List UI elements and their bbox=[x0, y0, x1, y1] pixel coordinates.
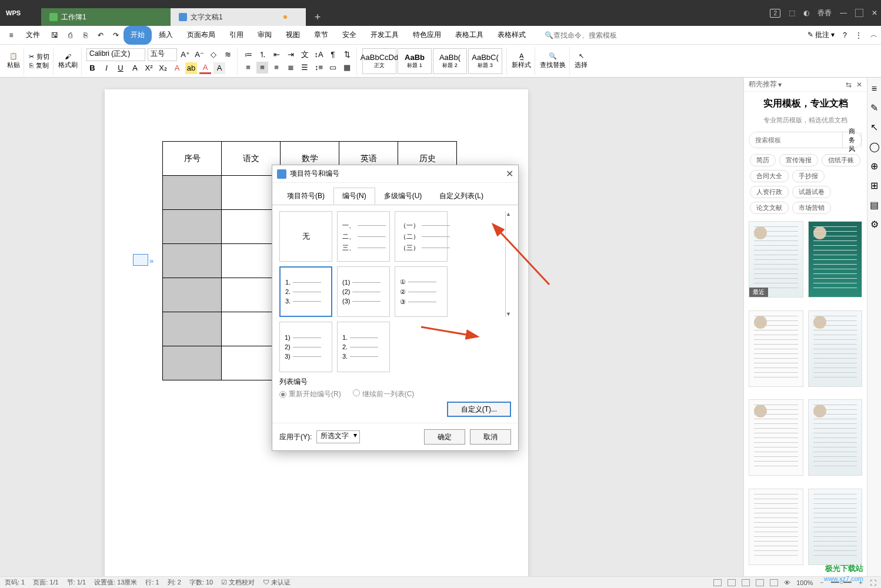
line-spacing-icon[interactable]: ↕≡ bbox=[313, 62, 325, 74]
paste-button[interactable]: 粘贴 bbox=[7, 61, 20, 69]
status-section[interactable]: 节: 1/1 bbox=[67, 578, 86, 587]
indent-icon[interactable]: ⇥ bbox=[285, 49, 296, 61]
undo-icon[interactable]: ↶ bbox=[94, 29, 107, 42]
tag-poster[interactable]: 宣传海报 bbox=[779, 154, 818, 166]
cut-icon[interactable]: ✂ bbox=[29, 53, 34, 61]
template-search[interactable]: 商务风 教育教学 bbox=[749, 132, 862, 148]
rail-pen-icon[interactable]: ✎ bbox=[870, 102, 878, 113]
command-search-input[interactable] bbox=[553, 31, 630, 39]
radio-restart[interactable]: 重新开始编号(R) bbox=[279, 389, 341, 399]
menu-references[interactable]: 引用 bbox=[222, 26, 251, 45]
tag-hr[interactable]: 人资行政 bbox=[750, 186, 789, 198]
template-thumb[interactable] bbox=[749, 310, 803, 387]
new-tab-button[interactable]: + bbox=[306, 8, 329, 26]
redo-icon[interactable]: ↷ bbox=[109, 29, 122, 42]
align-left-icon[interactable]: ≡ bbox=[242, 62, 254, 74]
numbering-style-cnparen[interactable]: （一） （二） （三） bbox=[395, 211, 448, 262]
brush-icon[interactable]: 🖌 bbox=[65, 53, 71, 60]
zoom-level[interactable]: 100% bbox=[796, 579, 813, 586]
find-icon[interactable]: 🔍 bbox=[549, 52, 557, 60]
style-heading2[interactable]: AaBb(标题 2 bbox=[433, 48, 467, 74]
numbering-style-circled[interactable]: ① ② ③ bbox=[395, 266, 448, 317]
panel-header[interactable]: 稻壳推荐 bbox=[749, 79, 777, 89]
align-right-icon[interactable]: ≡ bbox=[271, 62, 282, 74]
paste-icon[interactable]: 📋 bbox=[9, 52, 18, 60]
italic-button[interactable]: I bbox=[101, 62, 112, 74]
template-thumb[interactable]: 最近 bbox=[749, 221, 803, 298]
minimize-icon[interactable]: ― bbox=[840, 9, 847, 17]
formatting-marks-icon[interactable]: ¶ bbox=[327, 49, 339, 61]
select-button[interactable]: 选择 bbox=[575, 61, 588, 69]
search-pill-business[interactable]: 商务风 bbox=[842, 132, 861, 148]
hamburger-icon[interactable]: ≡ bbox=[5, 29, 18, 42]
menu-pagelayout[interactable]: 页面布局 bbox=[180, 26, 222, 45]
highlight-button[interactable]: ab bbox=[185, 62, 197, 74]
menu-view[interactable]: 视图 bbox=[279, 26, 307, 45]
find-replace-button[interactable]: 查找替换 bbox=[540, 61, 566, 69]
font-select[interactable]: Calibri (正文) bbox=[86, 48, 145, 61]
menu-tabletools[interactable]: 表格工具 bbox=[448, 26, 490, 45]
align-center-icon[interactable]: ≡ bbox=[256, 62, 268, 74]
shading-icon[interactable]: ▭ bbox=[327, 62, 339, 74]
numbering-style-rparen[interactable]: 1) 2) 3) bbox=[279, 322, 332, 372]
command-search[interactable]: 🔍 bbox=[545, 31, 630, 39]
numbering-style-decimal2[interactable]: 1. 2. 3. bbox=[337, 322, 390, 372]
tab-bullets[interactable]: 项目符号(B) bbox=[278, 188, 333, 205]
copy-icon[interactable]: ⎘ bbox=[29, 62, 34, 69]
rail-link-icon[interactable]: ⊕ bbox=[870, 161, 878, 172]
tab-numbering[interactable]: 编号(N) bbox=[333, 188, 375, 205]
menu-home[interactable]: 开始 bbox=[124, 26, 152, 45]
rail-cursor-icon[interactable]: ↖ bbox=[870, 122, 878, 133]
numbering-style-cn[interactable]: 一、 二、 三、 bbox=[337, 211, 390, 262]
template-thumb[interactable] bbox=[808, 399, 863, 476]
tab-multilevel[interactable]: 多级编号(U) bbox=[375, 188, 431, 205]
rail-grid-icon[interactable]: ⊞ bbox=[870, 180, 878, 191]
numbering-none[interactable]: 无 bbox=[279, 211, 332, 262]
font-color-button[interactable]: A bbox=[199, 62, 211, 74]
text-effect-button[interactable]: A bbox=[171, 62, 183, 74]
print-icon[interactable]: ⎙ bbox=[64, 29, 76, 42]
superscript-button[interactable]: X² bbox=[143, 62, 155, 74]
numbering-style-paren[interactable]: (1) (2) (3) bbox=[337, 266, 390, 317]
menu-review[interactable]: 审阅 bbox=[251, 26, 279, 45]
view-mode-5-icon[interactable] bbox=[770, 579, 778, 586]
template-thumb[interactable] bbox=[808, 221, 863, 298]
help-icon[interactable]: ? bbox=[843, 31, 847, 39]
radio-continue[interactable]: 继续前一列表(C) bbox=[353, 389, 415, 399]
cursor-icon[interactable]: ↖ bbox=[579, 52, 584, 60]
custom-button[interactable]: 自定义(T)... bbox=[447, 402, 511, 417]
user-avatar-icon[interactable]: ◐ bbox=[803, 9, 809, 17]
dialog-scrollbar[interactable]: ▲▼ bbox=[505, 211, 511, 317]
panel-close-icon[interactable]: ✕ bbox=[856, 81, 862, 89]
menu-insert[interactable]: 插入 bbox=[152, 26, 180, 45]
ok-button[interactable]: 确定 bbox=[424, 429, 465, 445]
underline-button[interactable]: U bbox=[115, 62, 126, 74]
status-pos[interactable]: 设置值: 13厘米 bbox=[94, 578, 137, 587]
template-thumb[interactable] bbox=[749, 399, 803, 476]
view-mode-3-icon[interactable] bbox=[742, 579, 750, 586]
rail-doc-icon[interactable]: ▤ bbox=[870, 199, 879, 211]
new-style-button[interactable]: 新样式 bbox=[512, 61, 531, 69]
style-heading3[interactable]: AaBbC(标题 3 bbox=[468, 48, 502, 74]
size-select[interactable]: 五号 bbox=[148, 48, 177, 61]
chevron-right-icon[interactable]: » bbox=[149, 256, 153, 265]
tag-paper[interactable]: 论文文献 bbox=[750, 202, 789, 214]
dialog-titlebar[interactable]: 项目符号和编号 ✕ bbox=[272, 165, 518, 183]
preview-icon[interactable]: ⎘ bbox=[79, 29, 92, 42]
template-search-input[interactable] bbox=[749, 132, 842, 148]
save-icon[interactable]: 🖫 bbox=[48, 29, 61, 42]
status-words[interactable]: 字数: 10 bbox=[189, 578, 213, 587]
status-row[interactable]: 行: 1 bbox=[145, 578, 159, 587]
apply-select[interactable]: 所选文字 bbox=[316, 430, 360, 443]
sort-icon[interactable]: ⇅ bbox=[341, 49, 353, 61]
subscript-button[interactable]: X₂ bbox=[157, 62, 169, 74]
tab-workbook[interactable]: 工作簿1 bbox=[41, 8, 171, 26]
tag-resume[interactable]: 简历 bbox=[750, 154, 776, 166]
eye-icon[interactable]: 👁 bbox=[784, 579, 790, 586]
menu-file[interactable]: 文件 bbox=[19, 26, 47, 45]
rail-hamburger-icon[interactable]: ≡ bbox=[872, 83, 877, 94]
view-mode-2-icon[interactable] bbox=[728, 579, 736, 586]
status-col[interactable]: 列: 2 bbox=[168, 578, 181, 587]
status-proof[interactable]: ☑ 文档校对 bbox=[221, 578, 255, 587]
menu-special[interactable]: 特色应用 bbox=[406, 26, 448, 45]
